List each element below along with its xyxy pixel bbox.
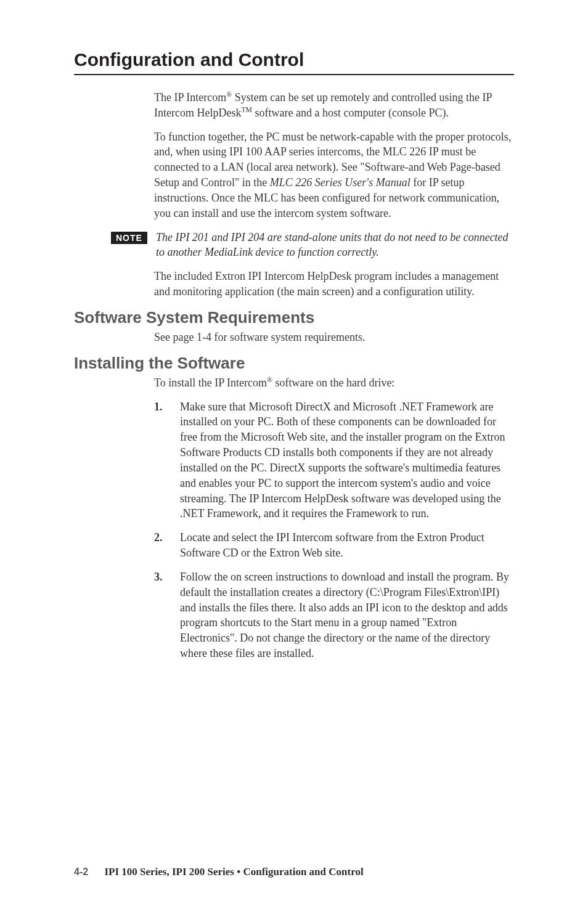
list-item: 1. Make sure that Microsoft DirectX and … (154, 399, 514, 522)
list-item: 2. Locate and select the IPI Intercom so… (154, 530, 514, 561)
list-item: 3. Follow the on screen instructions to … (154, 569, 514, 661)
step-text-2: Locate and select the IPI Intercom softw… (180, 530, 514, 561)
intro-p3: The included Extron IPI Intercom HelpDes… (154, 269, 514, 300)
install-intro-a: To install the IP Intercom (154, 377, 267, 389)
note-text: The IPI 201 and IPI 204 are stand-alone … (156, 230, 514, 261)
trademark-mark: TM (241, 106, 252, 114)
install-heading: Installing the Software (74, 354, 514, 373)
registered-mark: ® (226, 91, 232, 99)
step-text-1: Make sure that Microsoft DirectX and Mic… (180, 399, 514, 522)
note-badge: NOTE (111, 232, 147, 244)
step-num-3: 3. (154, 569, 180, 661)
sysreq-block: See page 1-4 for software system require… (154, 330, 514, 345)
install-intro: To install the IP Intercom® software on … (154, 375, 514, 391)
page-footer: 4-2 IPI 100 Series, IPI 200 Series • Con… (74, 866, 364, 878)
page-number: 4-2 (74, 866, 88, 877)
p3-block: The included Extron IPI Intercom HelpDes… (154, 269, 514, 300)
install-intro-block: To install the IP Intercom® software on … (154, 375, 514, 391)
install-steps: 1. Make sure that Microsoft DirectX and … (154, 399, 514, 661)
section-title: Configuration and Control (74, 49, 514, 75)
p1-a: The IP Intercom (154, 91, 226, 104)
p2-italic: MLC 226 Series User's Manual (270, 176, 410, 189)
p1-c: software and a host computer (console PC… (252, 107, 449, 119)
sysreq-heading: Software System Requirements (74, 308, 514, 327)
sysreq-text: See page 1-4 for software system require… (154, 330, 514, 345)
registered-mark-2: ® (267, 376, 272, 384)
footer-text: IPI 100 Series, IPI 200 Series • Configu… (104, 866, 363, 878)
install-intro-b: software on the hard drive: (272, 377, 394, 389)
note-row: NOTE The IPI 201 and IPI 204 are stand-a… (111, 230, 514, 261)
step-text-3: Follow the on screen instructions to dow… (180, 569, 514, 661)
step-num-2: 2. (154, 530, 180, 561)
intro-p2: To function together, the PC must be net… (154, 129, 514, 221)
step-num-1: 1. (154, 399, 180, 522)
intro-block: The IP Intercom® System can be set up re… (154, 90, 514, 221)
intro-p1: The IP Intercom® System can be set up re… (154, 90, 514, 121)
